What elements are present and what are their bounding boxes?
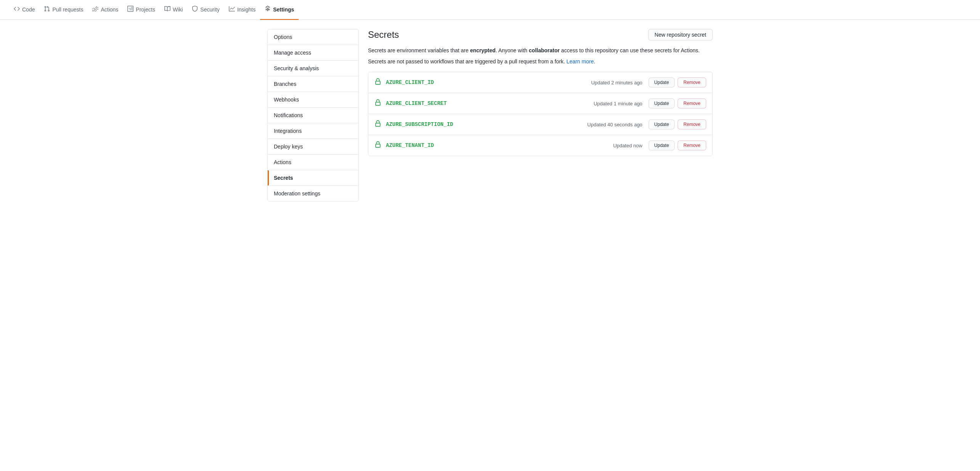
nav-item-projects[interactable]: Projects [123,0,160,20]
remove-button-4[interactable]: Remove [678,140,706,150]
secret-updated-1: Updated 2 minutes ago [591,80,642,85]
sidebar-item-branches[interactable]: Branches [268,76,358,92]
secret-row-azure-tenant-id: AZURE_TENANT_ID Updated now Update Remov… [368,135,712,156]
sidebar-item-notifications[interactable]: Notifications [268,108,358,123]
secret-updated-4: Updated now [613,143,643,148]
sidebar-item-manage-access-label: Manage access [274,50,311,56]
gear-nav-icon [265,6,271,13]
description-line2: Secrets are not passed to workflows that… [368,58,713,66]
learn-more-link[interactable]: Learn more [567,58,594,65]
secret-actions-3: Update Remove [649,119,706,129]
nav-item-code[interactable]: Code [9,0,39,20]
secret-actions-1: Update Remove [649,77,706,87]
remove-button-2[interactable]: Remove [678,98,706,108]
secret-name-4: AZURE_TENANT_ID [386,142,613,148]
pull-request-icon [44,6,50,13]
sidebar: Options Manage access Security & analysi… [267,29,359,202]
sidebar-item-moderation-settings[interactable]: Moderation settings [268,186,358,201]
sidebar-item-integrations-label: Integrations [274,128,302,134]
nav-item-security-label: Security [200,6,220,13]
page-title: Secrets [368,29,399,40]
secret-updated-2: Updated 1 minute ago [594,101,643,106]
nav-item-security[interactable]: Security [187,0,224,20]
description-line1: Secrets are environment variables that a… [368,47,713,55]
nav-item-settings-label: Settings [273,6,294,13]
lock-icon-3 [374,120,381,129]
nav-item-code-label: Code [22,6,35,13]
sidebar-item-deploy-keys-label: Deploy keys [274,144,303,150]
lock-icon-2 [374,99,381,108]
secret-name-1: AZURE_CLIENT_ID [386,79,591,85]
page-container: Options Manage access Security & analysi… [261,20,719,211]
nav-item-projects-label: Projects [136,6,155,13]
nav-item-insights-label: Insights [237,6,255,13]
encrypted-bold: encrypted [470,47,496,53]
play-icon [92,6,98,13]
book-icon [164,6,170,13]
nav-item-wiki-label: Wiki [173,6,183,13]
nav-item-insights[interactable]: Insights [224,0,260,20]
secret-name-3: AZURE_SUBSCRIPTION_ID [386,121,587,127]
lock-icon-4 [374,141,381,150]
sidebar-item-moderation-settings-label: Moderation settings [274,190,320,197]
nav-item-actions[interactable]: Actions [88,0,123,20]
update-button-3[interactable]: Update [649,119,675,129]
top-nav: Code Pull requests Actions Projects Wiki… [0,0,980,20]
secret-row-azure-client-id: AZURE_CLIENT_ID Updated 2 minutes ago Up… [368,72,712,93]
secret-row-azure-client-secret: AZURE_CLIENT_SECRET Updated 1 minute ago… [368,93,712,114]
nav-item-pull-requests-label: Pull requests [52,6,83,13]
graph-icon [229,6,235,13]
sidebar-item-notifications-label: Notifications [274,112,303,118]
nav-item-settings[interactable]: Settings [260,0,299,20]
remove-button-3[interactable]: Remove [678,119,706,129]
collaborator-bold: collaborator [529,47,560,53]
secret-updated-3: Updated 40 seconds ago [587,122,643,127]
sidebar-item-options[interactable]: Options [268,29,358,45]
projects-icon [127,6,133,13]
sidebar-item-options-label: Options [274,34,292,40]
update-button-2[interactable]: Update [649,98,675,108]
sidebar-item-webhooks-label: Webhooks [274,97,299,103]
nav-item-actions-label: Actions [101,6,118,13]
secret-row-azure-subscription-id: AZURE_SUBSCRIPTION_ID Updated 40 seconds… [368,114,712,135]
new-repository-secret-button[interactable]: New repository secret [648,29,713,40]
lock-icon-1 [374,78,381,87]
secret-name-2: AZURE_CLIENT_SECRET [386,100,594,106]
update-button-4[interactable]: Update [649,140,675,150]
secrets-list: AZURE_CLIENT_ID Updated 2 minutes ago Up… [368,72,713,156]
page-header: Secrets New repository secret [368,29,713,40]
sidebar-item-webhooks[interactable]: Webhooks [268,92,358,108]
sidebar-item-secrets[interactable]: Secrets [268,170,358,186]
sidebar-item-integrations[interactable]: Integrations [268,123,358,139]
sidebar-item-deploy-keys[interactable]: Deploy keys [268,139,358,155]
sidebar-item-actions[interactable]: Actions [268,155,358,170]
sidebar-item-secrets-label: Secrets [274,175,293,181]
sidebar-item-security-analysis-label: Security & analysis [274,65,319,71]
nav-item-wiki[interactable]: Wiki [160,0,187,20]
secret-actions-4: Update Remove [649,140,706,150]
nav-item-pull-requests[interactable]: Pull requests [39,0,88,20]
main-content: Secrets New repository secret Secrets ar… [368,29,713,202]
sidebar-item-branches-label: Branches [274,81,296,87]
sidebar-item-security-analysis[interactable]: Security & analysis [268,61,358,76]
sidebar-item-actions-label: Actions [274,159,291,165]
remove-button-1[interactable]: Remove [678,77,706,87]
sidebar-item-manage-access[interactable]: Manage access [268,45,358,61]
code-icon [14,6,20,13]
secret-actions-2: Update Remove [649,98,706,108]
update-button-1[interactable]: Update [649,77,675,87]
shield-icon [192,6,198,13]
